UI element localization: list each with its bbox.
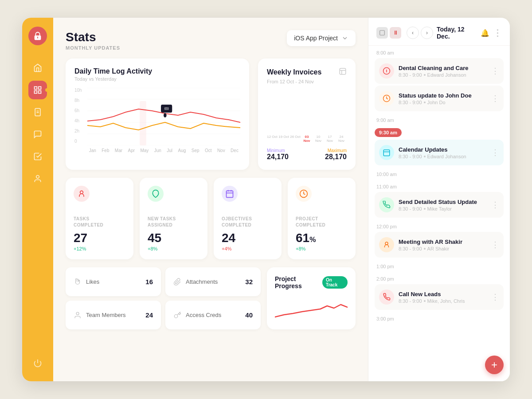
time-label-2pm: 2:00 pm [375, 272, 504, 284]
cal-next-button[interactable]: › [421, 27, 433, 39]
stat-card-new-tasks: NEW TASKSASSIGNED 45 +8% [140, 178, 207, 259]
svg-point-28 [76, 312, 79, 315]
user-outline-icon [74, 311, 82, 319]
project-icon [296, 186, 312, 202]
sidebar-item-dashboard[interactable] [28, 81, 47, 99]
svg-rect-19 [340, 68, 346, 74]
new-tasks-change: +8% [148, 246, 200, 251]
ar-shakir-info: Meeting with AR Shakir 8:30 - 9:00 AR Sh… [399, 239, 487, 251]
send-status-avatar [379, 197, 394, 212]
svg-text:659: 659 [164, 106, 168, 111]
event-calendar-updates: Calendar Updates 8:30 - 9:00 Edward Joha… [375, 140, 504, 165]
time-log-chart-area: 659 [87, 88, 240, 145]
send-status-more[interactable]: ⋮ [491, 201, 499, 209]
maximum-value: 28,170 [325, 153, 347, 161]
sidebar-item-users[interactable] [28, 169, 47, 188]
new-tasks-value: 45 [148, 231, 200, 245]
metric-creds-left: Access Creds [173, 311, 221, 319]
sidebar-item-chat[interactable] [28, 125, 47, 144]
svg-rect-0 [35, 87, 37, 90]
cal-avatars: ⏸ [376, 27, 401, 39]
send-status-meta: 8:30 - 9:00 Mike Taylor [399, 206, 487, 211]
call-leads-time: 8:30 - 9:00 [399, 298, 422, 304]
metric-attachments: Attachments 32 [165, 267, 261, 296]
event-ar-shakir: Meeting with AR Shakir 8:30 - 9:00 AR Sh… [375, 232, 504, 258]
stat-card-objectives: OJBECTIVESCOMPLETED 24 +4% [214, 178, 282, 259]
dental-time: 8:30 - 9:00 [399, 72, 422, 78]
dental-info: Dental Cleaning and Care 8:30 - 9:00 Edw… [399, 65, 487, 78]
minimum-stat: Minimum 24,170 [267, 148, 289, 161]
ar-shakir-title: Meeting with AR Shakir [399, 239, 487, 245]
bell-icon[interactable]: 🔔 [481, 29, 489, 37]
objectives-label: OJBECTIVESCOMPLETED [222, 216, 274, 228]
send-status-time: 8:30 - 9:00 [399, 206, 422, 211]
minimum-value: 24,170 [267, 153, 289, 161]
metric-attachments-left: Attachments [173, 278, 218, 286]
ar-shakir-meta: 8:30 - 9:00 AR Shakir [399, 246, 487, 251]
send-status-title: Send Detailed Status Update [399, 199, 487, 205]
project-value: 61% [296, 231, 348, 245]
sidebar-item-home[interactable] [28, 59, 47, 77]
project-progress-card: Project Progress On Track [267, 267, 356, 329]
attachments-value: 32 [245, 278, 253, 286]
dental-meta: 8:30 - 9:00 Edward Johanson [399, 72, 487, 78]
time-log-subtitle: Today vs Yesterday [74, 76, 240, 82]
time-log-chart-card: Daily Time Log Activity Today vs Yesterd… [66, 59, 249, 170]
chevron-down-icon [341, 35, 348, 42]
event-dental: Dental Cleaning and Care 8:30 - 9:00 Edw… [375, 58, 504, 84]
paperclip-icon [173, 278, 181, 286]
sidebar-item-files[interactable] [28, 103, 47, 121]
dental-more[interactable]: ⋮ [491, 67, 499, 75]
key-icon [173, 311, 181, 319]
objectives-change: +4% [222, 246, 274, 251]
cal-updates-person: Edward Johanson [427, 154, 466, 159]
main-content: Stats MONTHLY UPDATES iOS App Project Da… [53, 18, 368, 381]
ar-shakir-more[interactable]: ⋮ [491, 241, 499, 249]
pp-title: Project Progress [275, 275, 322, 289]
cal-updates-title: Calendar Updates [399, 146, 487, 153]
tasks-completed-label: TASKSCOMPLETED [74, 216, 125, 228]
sidebar-logo[interactable] [28, 27, 47, 45]
calendar-date: Today, 12 Dec. [437, 26, 477, 40]
metric-likes: Likes 16 [66, 267, 161, 296]
dental-avatar [379, 63, 394, 78]
power-button[interactable] [28, 354, 47, 372]
status-more[interactable]: ⋮ [491, 94, 499, 102]
ar-shakir-time: 8:30 - 9:00 [399, 246, 422, 251]
status-time: 8:30 - 9:00 [399, 100, 422, 105]
team-members-label: Team Members [86, 312, 126, 318]
time-log-title: Daily Time Log Activity [74, 67, 240, 75]
page-title: Stats [66, 30, 120, 44]
right-panel: ⏸ ‹ › Today, 12 Dec. 🔔 ⋮ 8:00 am Denta [368, 18, 510, 381]
cal-updates-more[interactable]: ⋮ [491, 149, 499, 156]
metric-team-members: Team Members 24 [66, 301, 161, 329]
send-status-person: Mike Taylor [427, 206, 452, 211]
svg-point-22 [80, 191, 83, 194]
add-event-button[interactable]: + [485, 356, 504, 374]
svg-rect-3 [39, 91, 41, 94]
stat-card-project: PROJECTCOMPLETED 61% +8% [288, 178, 356, 259]
likes-label: Likes [86, 278, 99, 285]
page-subtitle: MONTHLY UPDATES [66, 45, 120, 51]
svg-point-7 [36, 176, 39, 179]
metric-likes-left: Likes [74, 278, 99, 286]
project-label: PROJECTCOMPLETED [296, 216, 348, 228]
attachments-label: Attachments [186, 278, 218, 285]
stat-card-tasks-completed: TASKSCOMPLETED 27 +12% [66, 178, 133, 259]
project-selector[interactable]: iOS App Project [287, 30, 356, 46]
likes-value: 16 [145, 278, 153, 286]
dental-person: Edward Johanson [427, 72, 466, 78]
cal-updates-info: Calendar Updates 8:30 - 9:00 Edward Joha… [399, 146, 487, 159]
status-info: Status update to John Doe 8:30 - 9:00 Jo… [399, 92, 487, 105]
bar-chart [267, 90, 347, 130]
cal-prev-button[interactable]: ‹ [407, 27, 419, 39]
invoices-title: Weekly Invoices [267, 68, 321, 76]
metric-team-left: Team Members [74, 311, 126, 319]
invoices-header: Weekly Invoices [267, 67, 347, 77]
pp-chart [275, 295, 348, 321]
call-leads-meta: 8:30 - 9:00 Mike, John, Chris [399, 298, 487, 304]
svg-rect-1 [39, 87, 41, 90]
call-leads-more[interactable]: ⋮ [491, 293, 499, 301]
more-icon[interactable]: ⋮ [493, 27, 502, 38]
sidebar-item-tasks[interactable] [28, 147, 47, 166]
